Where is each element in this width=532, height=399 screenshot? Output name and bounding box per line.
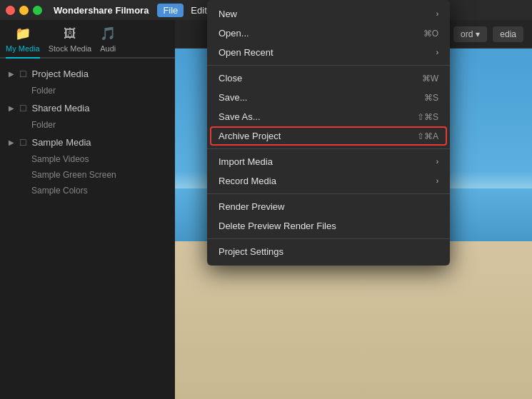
open-shortcut: ⌘O [423, 29, 438, 39]
dropdown-overlay: New › Open... ⌘O Open Recent › Close ⌘W … [0, 0, 532, 399]
menu-item-render-preview[interactable]: Render Preview [207, 197, 450, 216]
separator-1 [207, 65, 450, 66]
menu-item-save[interactable]: Save... ⌘S [207, 88, 450, 107]
save-shortcut: ⌘S [424, 93, 438, 103]
menu-item-open-recent[interactable]: Open Recent › [207, 43, 450, 62]
menu-item-save-as[interactable]: Save As... ⇧⌘S [207, 107, 450, 126]
menu-item-delete-preview[interactable]: Delete Preview Render Files [207, 216, 450, 236]
file-menu-dropdown: New › Open... ⌘O Open Recent › Close ⌘W … [207, 0, 450, 266]
menu-item-new[interactable]: New › [207, 4, 450, 24]
separator-4 [207, 238, 450, 239]
delete-preview-label: Delete Preview Render Files [219, 221, 336, 231]
close-shortcut: ⌘W [422, 74, 438, 84]
menu-item-archive-project[interactable]: Archive Project ⇧⌘A [207, 126, 450, 146]
save-as-label: Save As... [219, 111, 261, 122]
import-media-label: Import Media [219, 156, 273, 167]
archive-project-label: Archive Project [219, 131, 281, 141]
new-arrow-icon: › [436, 10, 438, 18]
record-media-arrow-icon: › [436, 177, 438, 185]
save-as-shortcut: ⇧⌘S [417, 112, 438, 122]
save-label: Save... [219, 92, 247, 103]
render-preview-label: Render Preview [219, 201, 285, 212]
open-label: Open... [219, 28, 249, 39]
menu-item-record-media[interactable]: Record Media › [207, 171, 450, 191]
separator-3 [207, 193, 450, 194]
menu-item-project-settings[interactable]: Project Settings [207, 242, 450, 261]
menu-item-open[interactable]: Open... ⌘O [207, 24, 450, 43]
open-recent-label: Open Recent [219, 47, 273, 58]
archive-project-shortcut: ⇧⌘A [417, 131, 438, 141]
close-label: Close [219, 73, 242, 84]
record-media-label: Record Media [219, 176, 276, 186]
separator-2 [207, 148, 450, 149]
open-recent-arrow-icon: › [436, 49, 438, 56]
menu-item-import-media[interactable]: Import Media › [207, 152, 450, 171]
new-label: New [219, 9, 237, 19]
menu-item-close[interactable]: Close ⌘W [207, 69, 450, 88]
project-settings-label: Project Settings [219, 246, 283, 257]
import-media-arrow-icon: › [436, 158, 438, 166]
